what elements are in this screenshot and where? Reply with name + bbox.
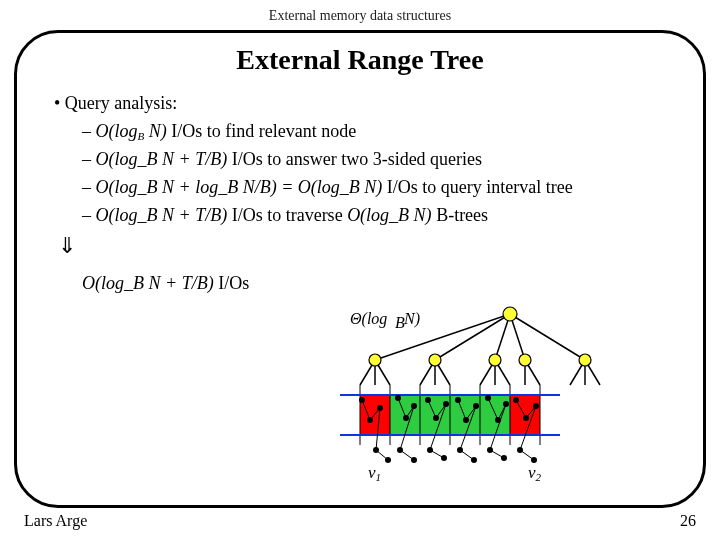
v1-sub: 1 bbox=[376, 471, 382, 483]
math-expr: O(log_B N + T/B) bbox=[96, 149, 228, 169]
svg-line-16 bbox=[510, 314, 585, 360]
theta-label-end: N) bbox=[403, 310, 420, 328]
down-arrow-icon: ⇓ bbox=[58, 229, 690, 263]
svg-point-35 bbox=[519, 354, 531, 366]
v1-text: v bbox=[368, 463, 376, 482]
label-v1: v1 bbox=[368, 463, 381, 483]
course-title: External memory data structures bbox=[0, 8, 720, 24]
theta-label: Θ(log bbox=[350, 310, 387, 328]
bullet-text: I/Os to answer two 3-sided queries bbox=[232, 149, 482, 169]
svg-line-13 bbox=[435, 314, 510, 360]
svg-point-32 bbox=[369, 354, 381, 366]
bullet-text: I/Os bbox=[218, 273, 249, 293]
final-line: O(log_B N + T/B) I/Os bbox=[82, 270, 690, 298]
v2-sub: 2 bbox=[536, 471, 542, 483]
slide-content: Query analysis: O(logB N) I/Os to find r… bbox=[54, 90, 690, 297]
svg-point-34 bbox=[489, 354, 501, 366]
bullet-line-1: O(logB N) I/Os to find relevant node bbox=[82, 118, 690, 146]
svg-point-33 bbox=[429, 354, 441, 366]
math-expr: O(log_B N + T/B) bbox=[82, 273, 214, 293]
svg-point-36 bbox=[579, 354, 591, 366]
bullet-text: I/Os to query interval tree bbox=[387, 177, 573, 197]
footer-page-number: 26 bbox=[680, 512, 696, 530]
bullet-main: Query analysis: bbox=[54, 90, 690, 118]
math-frag: O(log bbox=[96, 121, 138, 141]
slide-title: External Range Tree bbox=[0, 44, 720, 76]
footer-author: Lars Arge bbox=[24, 512, 87, 530]
math-expr: O(log_B N) bbox=[347, 205, 432, 225]
bullet-text: I/Os to traverse bbox=[232, 205, 347, 225]
label-v2: v2 bbox=[528, 463, 541, 483]
bullet-line-3: O(log_B N + log_B N/B) = O(log_B N) I/Os… bbox=[82, 174, 690, 202]
bullet-text: B-trees bbox=[436, 205, 488, 225]
bullet-text: I/Os to find relevant node bbox=[171, 121, 356, 141]
math-expr: O(log_B N + log_B N/B) = O(log_B N) bbox=[96, 177, 383, 197]
range-tree-figure: Θ(log B N) v1 v2 bbox=[280, 300, 640, 485]
math-sub: B bbox=[138, 130, 145, 142]
bullet-line-2: O(log_B N + T/B) I/Os to answer two 3-si… bbox=[82, 146, 690, 174]
figure-svg: Θ(log B N) bbox=[280, 300, 640, 485]
svg-point-31 bbox=[503, 307, 517, 321]
v2-text: v bbox=[528, 463, 536, 482]
math-frag: N) bbox=[144, 121, 167, 141]
math-expr: O(log_B N + T/B) bbox=[96, 205, 228, 225]
bullet-line-4: O(log_B N + T/B) I/Os to traverse O(log_… bbox=[82, 202, 690, 230]
